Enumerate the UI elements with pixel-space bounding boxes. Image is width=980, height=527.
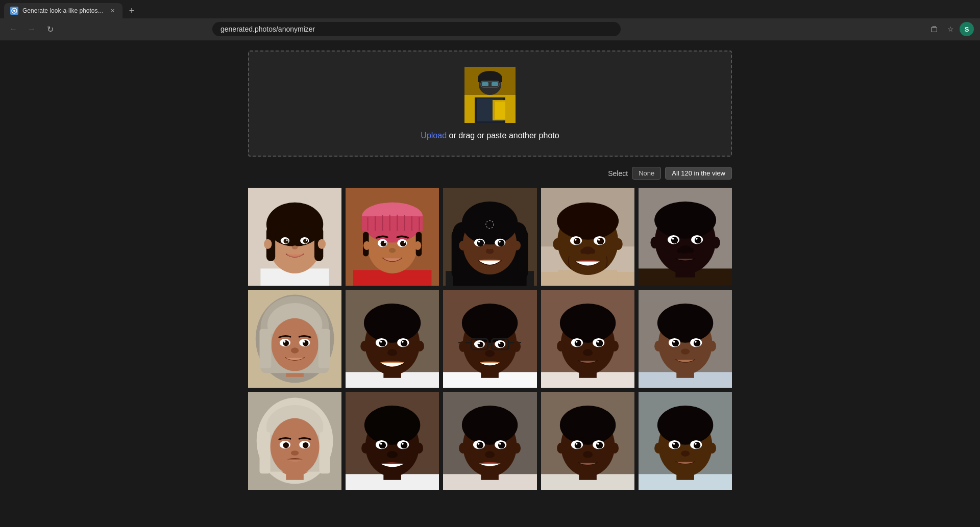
- svg-point-226: [485, 451, 495, 458]
- svg-point-100: [671, 237, 678, 243]
- svg-rect-117: [259, 329, 271, 368]
- uploaded-photo: [464, 67, 516, 123]
- svg-point-200: [291, 450, 299, 456]
- svg-point-53: [404, 241, 406, 243]
- svg-point-182: [673, 341, 675, 343]
- svg-point-247: [657, 406, 713, 445]
- svg-point-68: [477, 240, 484, 246]
- svg-rect-64: [518, 230, 528, 279]
- svg-rect-8: [482, 82, 488, 86]
- svg-point-90: [590, 249, 595, 254]
- photo-item-13[interactable]: [443, 392, 536, 490]
- svg-point-124: [303, 341, 305, 343]
- photo-item-2[interactable]: [346, 188, 439, 286]
- svg-point-1: [13, 10, 15, 12]
- new-tab-button[interactable]: +: [125, 4, 139, 18]
- address-bar-row: ← → ↻ ☆ S: [0, 18, 980, 40]
- tab-favicon: [10, 7, 18, 15]
- upload-rest-text: or drag or paste another photo: [447, 131, 559, 140]
- svg-point-97: [654, 202, 716, 239]
- svg-point-154: [478, 342, 480, 344]
- svg-point-241: [557, 443, 565, 454]
- svg-point-24: [303, 239, 308, 244]
- svg-point-180: [672, 340, 678, 346]
- upload-area[interactable]: Upload or drag or paste another photo: [248, 51, 732, 157]
- address-bar-input[interactable]: [212, 22, 621, 36]
- svg-point-123: [284, 341, 286, 343]
- photo-item-14[interactable]: [541, 392, 634, 490]
- svg-point-56: [414, 241, 421, 250]
- photo-item-7[interactable]: [346, 290, 439, 388]
- svg-point-85: [597, 238, 603, 244]
- svg-point-181: [694, 340, 700, 346]
- svg-point-72: [486, 249, 494, 254]
- svg-rect-195: [286, 465, 304, 480]
- svg-point-25: [286, 239, 288, 241]
- svg-point-213: [361, 443, 369, 454]
- svg-point-125: [291, 347, 299, 354]
- svg-point-227: [459, 443, 467, 454]
- svg-point-81: [557, 203, 619, 240]
- svg-point-186: [708, 341, 716, 352]
- svg-point-171: [557, 341, 565, 352]
- photo-item-1[interactable]: [248, 188, 341, 286]
- svg-point-236: [574, 442, 581, 448]
- svg-point-23: [284, 239, 289, 244]
- all-button[interactable]: All 120 in the view: [665, 167, 732, 180]
- svg-point-240: [583, 451, 593, 458]
- tab-bar: Generate look-a-like photos to p ✕ +: [0, 0, 980, 18]
- svg-point-137: [387, 349, 397, 356]
- svg-point-55: [363, 241, 370, 250]
- photo-item-12[interactable]: [346, 392, 439, 490]
- svg-point-130: [364, 304, 421, 343]
- photo-item-8[interactable]: [443, 290, 536, 388]
- svg-point-251: [694, 442, 700, 448]
- select-label: Select: [608, 169, 628, 178]
- svg-point-74: [513, 241, 521, 250]
- svg-point-172: [610, 341, 618, 352]
- svg-point-103: [696, 238, 698, 240]
- tab-close-button[interactable]: ✕: [108, 7, 116, 15]
- browser-chrome: Generate look-a-like photos to p ✕ + ← →…: [0, 0, 980, 40]
- svg-point-183: [695, 341, 697, 343]
- photo-item-15[interactable]: [639, 392, 732, 490]
- page-content: Upload or drag or paste another photo Se…: [0, 40, 980, 500]
- photo-item-6[interactable]: [248, 290, 341, 388]
- svg-point-177: [657, 304, 713, 343]
- svg-point-28: [264, 239, 272, 249]
- svg-point-89: [580, 249, 585, 254]
- svg-point-222: [477, 442, 483, 448]
- photo-item-5[interactable]: [639, 188, 732, 286]
- none-button[interactable]: None: [632, 167, 661, 180]
- reload-button[interactable]: ↻: [43, 22, 57, 36]
- svg-point-158: [513, 341, 521, 352]
- svg-point-69: [498, 240, 504, 246]
- back-button[interactable]: ←: [6, 22, 20, 36]
- bookmark-button[interactable]: ☆: [943, 22, 958, 36]
- tab-title: Generate look-a-like photos to p: [22, 7, 104, 14]
- photo-item-10[interactable]: [639, 290, 732, 388]
- svg-point-254: [681, 450, 690, 457]
- svg-point-107: [650, 237, 659, 248]
- photo-grid: [248, 188, 732, 490]
- extensions-button[interactable]: [927, 22, 941, 36]
- photo-item-3[interactable]: [443, 188, 536, 286]
- upload-section: Upload or drag or paste another photo: [240, 51, 740, 157]
- profile-button[interactable]: S: [960, 22, 974, 36]
- upload-link[interactable]: Upload: [421, 131, 447, 140]
- svg-point-29: [318, 239, 326, 249]
- forward-button[interactable]: →: [24, 22, 39, 36]
- photo-item-4[interactable]: [541, 188, 634, 286]
- svg-rect-193: [320, 432, 330, 474]
- svg-point-106: [689, 248, 694, 253]
- svg-point-86: [574, 239, 576, 241]
- svg-point-91: [553, 238, 561, 250]
- svg-rect-118: [318, 329, 330, 368]
- active-tab[interactable]: Generate look-a-like photos to p ✕: [4, 3, 122, 18]
- photo-item-11[interactable]: [248, 392, 341, 490]
- svg-point-225: [499, 443, 501, 445]
- photo-item-9[interactable]: [541, 290, 634, 388]
- svg-rect-9: [492, 82, 498, 86]
- svg-point-255: [654, 443, 662, 454]
- svg-point-116: [272, 318, 318, 371]
